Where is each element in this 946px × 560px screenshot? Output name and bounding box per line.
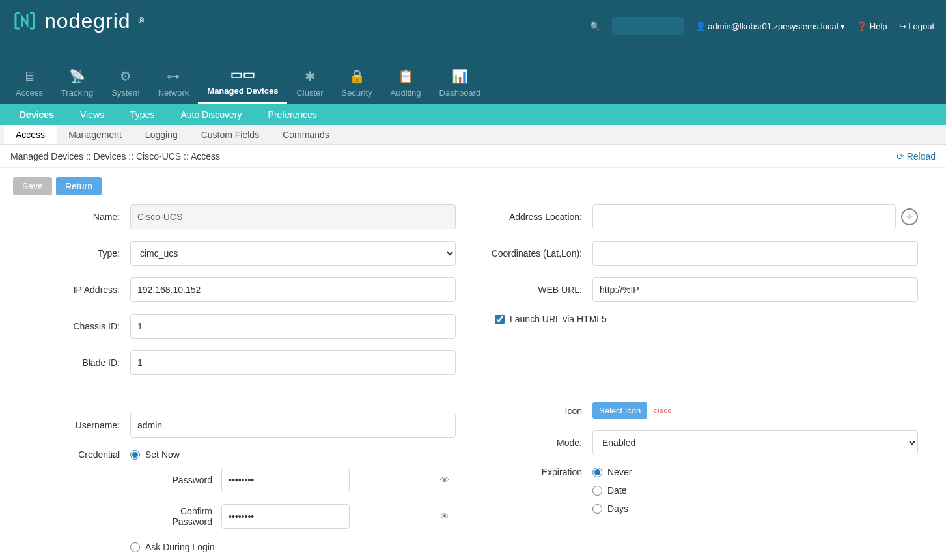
compass-icon[interactable]: ✧ bbox=[901, 208, 918, 225]
radio-set-now[interactable] bbox=[130, 450, 140, 460]
monitor-icon: 🖥 bbox=[23, 68, 36, 84]
nav-dashboard[interactable]: 📊Dashboard bbox=[430, 68, 490, 104]
label-days: Days bbox=[607, 503, 628, 514]
nav-label: Access bbox=[16, 88, 43, 98]
nav-access[interactable]: 🖥Access bbox=[7, 68, 52, 104]
label-addr-loc: Address Location: bbox=[475, 212, 592, 222]
blade-field[interactable] bbox=[130, 350, 456, 375]
chassis-field[interactable] bbox=[130, 314, 456, 339]
label-username: Username: bbox=[13, 420, 130, 430]
nav-label: Auditing bbox=[391, 88, 421, 98]
tertiary-nav: Access Management Logging Custom Fields … bbox=[0, 125, 946, 145]
help-label: Help bbox=[870, 21, 887, 31]
reload-button[interactable]: ⟳ Reload bbox=[897, 151, 936, 161]
brand-trademark: ® bbox=[139, 16, 145, 25]
password-field[interactable] bbox=[221, 468, 350, 492]
brand-logo: nodegrid® bbox=[12, 8, 145, 34]
return-button[interactable]: Return bbox=[56, 177, 102, 195]
ip-field[interactable] bbox=[130, 277, 456, 302]
logout-link[interactable]: ↪ Logout bbox=[899, 21, 934, 31]
select-icon-button[interactable]: Select Icon bbox=[592, 402, 647, 419]
weburl-field[interactable] bbox=[592, 277, 918, 302]
nav-system[interactable]: ⚙System bbox=[102, 68, 148, 104]
reload-label: Reload bbox=[907, 151, 936, 161]
tab-management[interactable]: Management bbox=[57, 125, 133, 144]
user-label: admin@lknbsr01.zpesystems.local bbox=[708, 21, 838, 31]
label-expiration: Expiration bbox=[475, 467, 592, 477]
user-menu[interactable]: 👤 admin@lknbsr01.zpesystems.local ▾ bbox=[695, 21, 846, 31]
breadcrumb: Managed Devices :: Devices :: Cisco-UCS … bbox=[10, 151, 220, 161]
search-input[interactable] bbox=[612, 17, 684, 35]
subnav-devices[interactable]: Devices bbox=[7, 109, 67, 120]
subnav-preferences[interactable]: Preferences bbox=[255, 109, 330, 120]
label-type: Type: bbox=[13, 248, 130, 259]
type-select[interactable]: cimc_ucs bbox=[130, 241, 456, 266]
radio-ask-login[interactable] bbox=[130, 542, 140, 552]
tab-commands[interactable]: Commands bbox=[271, 125, 341, 144]
label-chassis: Chassis ID: bbox=[13, 321, 130, 331]
subnav-types[interactable]: Types bbox=[117, 109, 167, 120]
label-ip: IP Address: bbox=[13, 285, 130, 295]
label-ask-login: Ask During Login bbox=[145, 542, 215, 552]
devices-icon: ▭▭ bbox=[230, 66, 255, 82]
mode-select[interactable]: Enabled bbox=[592, 430, 918, 455]
radio-days[interactable] bbox=[592, 504, 602, 514]
label-set-now: Set Now bbox=[145, 449, 180, 460]
search-icon[interactable]: 🔍 bbox=[590, 21, 600, 31]
nav-label: Network bbox=[158, 88, 189, 98]
name-field bbox=[130, 204, 456, 229]
label-mode: Mode: bbox=[475, 438, 592, 448]
nav-security[interactable]: 🔒Security bbox=[333, 68, 382, 104]
sub-nav: Devices Views Types Auto Discovery Prefe… bbox=[0, 104, 946, 125]
nav-label: Managed Devices bbox=[207, 86, 278, 96]
eye-icon[interactable]: 👁 bbox=[440, 511, 449, 522]
nav-cluster[interactable]: ✱Cluster bbox=[287, 68, 332, 104]
label-confirm: Confirm Password bbox=[150, 506, 221, 527]
label-name: Name: bbox=[13, 212, 130, 222]
label-weburl: WEB URL: bbox=[475, 285, 592, 295]
label-credential: Credential bbox=[13, 449, 130, 460]
save-button[interactable]: Save bbox=[13, 177, 52, 195]
username-field[interactable] bbox=[130, 413, 456, 438]
clipboard-icon: 📋 bbox=[398, 68, 414, 84]
brand-text: nodegrid bbox=[44, 9, 131, 33]
logout-label: Logout bbox=[908, 21, 934, 31]
label-never: Never bbox=[607, 467, 632, 477]
label-coords: Coordinates (Lat,Lon): bbox=[475, 248, 592, 259]
cisco-icon-label: cisco bbox=[654, 407, 672, 414]
help-link[interactable]: ❓ Help bbox=[857, 21, 887, 31]
nav-managed-devices[interactable]: ▭▭Managed Devices bbox=[198, 66, 287, 104]
satellite-icon: 📡 bbox=[69, 68, 85, 84]
nav-label: Security bbox=[342, 88, 372, 98]
radio-never[interactable] bbox=[592, 468, 602, 477]
label-date: Date bbox=[607, 485, 627, 496]
nav-network[interactable]: ⊶Network bbox=[149, 68, 199, 104]
confirm-password-field[interactable] bbox=[221, 504, 350, 529]
chart-icon: 📊 bbox=[452, 68, 468, 84]
nav-label: Tracking bbox=[61, 88, 93, 98]
lock-icon: 🔒 bbox=[349, 68, 365, 84]
network-icon: ⊶ bbox=[167, 68, 180, 84]
coords-field[interactable] bbox=[592, 241, 918, 266]
main-nav: 🖥Access 📡Tracking ⚙System ⊶Network ▭▭Man… bbox=[0, 59, 946, 104]
logo-icon bbox=[12, 8, 38, 34]
nav-auditing[interactable]: 📋Auditing bbox=[382, 68, 430, 104]
tab-access[interactable]: Access bbox=[4, 125, 57, 144]
checkbox-launch-html5[interactable] bbox=[495, 315, 505, 324]
label-launch-html5: Launch URL via HTML5 bbox=[510, 314, 607, 324]
cluster-icon: ✱ bbox=[305, 68, 316, 84]
label-icon: Icon bbox=[475, 406, 592, 416]
label-password: Password bbox=[150, 475, 221, 485]
eye-icon[interactable]: 👁 bbox=[440, 475, 449, 485]
radio-date[interactable] bbox=[592, 486, 602, 496]
nav-label: Dashboard bbox=[439, 88, 481, 98]
nav-label: System bbox=[111, 88, 139, 98]
tab-logging[interactable]: Logging bbox=[133, 125, 189, 144]
label-blade: Blade ID: bbox=[13, 357, 130, 368]
subnav-autodiscovery[interactable]: Auto Discovery bbox=[167, 109, 255, 120]
nav-label: Cluster bbox=[296, 88, 323, 98]
subnav-views[interactable]: Views bbox=[67, 109, 117, 120]
addr-loc-field[interactable] bbox=[592, 204, 896, 229]
nav-tracking[interactable]: 📡Tracking bbox=[52, 68, 102, 104]
tab-custom-fields[interactable]: Custom Fields bbox=[189, 125, 271, 144]
